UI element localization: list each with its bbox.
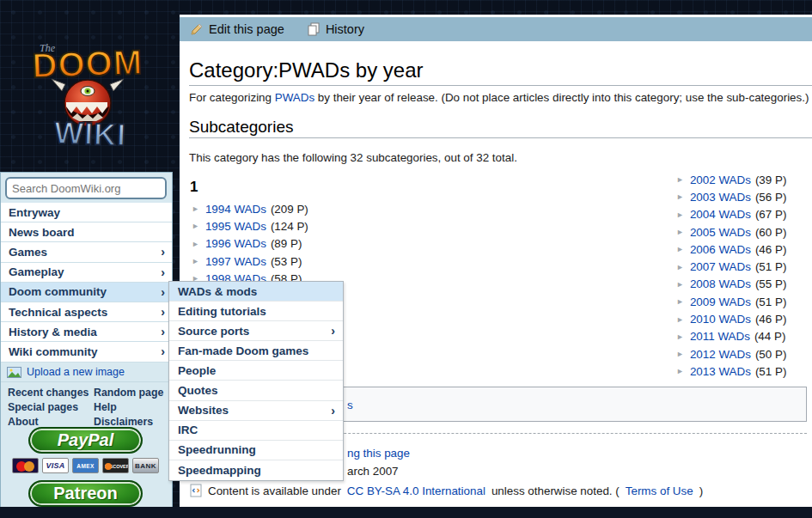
random-page-link[interactable]: Random page <box>94 387 168 399</box>
sidebar-item-technical-aspects[interactable]: Technical aspects› <box>1 302 172 322</box>
tree-expand-icon[interactable]: ► <box>676 350 684 358</box>
tree-expand-icon[interactable]: ► <box>676 297 684 306</box>
year-category-link[interactable]: 2005 WADs <box>690 226 751 239</box>
tree-expand-icon[interactable]: ► <box>676 210 684 219</box>
submenu-item-websites[interactable]: Websites› <box>169 401 343 421</box>
special-pages-link[interactable]: Special pages <box>8 401 94 413</box>
tree-expand-icon[interactable]: ► <box>676 228 684 236</box>
page-count: (55 P) <box>755 277 786 290</box>
submenu-arrow-icon: › <box>331 404 335 417</box>
year-category-link[interactable]: 2007 WADs <box>690 260 751 273</box>
doomwiki-logo[interactable]: The DOOM WIKI <box>9 34 167 149</box>
history-button[interactable]: History <box>307 22 364 36</box>
submenu-item-fan-made-doom-games[interactable]: Fan-made Doom games <box>169 341 343 361</box>
submenu-item-irc[interactable]: IRC <box>169 421 343 441</box>
sidebar-item-gameplay[interactable]: Gameplay› <box>1 263 172 283</box>
list-item: ►2005 WADs(60 P) <box>676 223 786 241</box>
year-category-link[interactable]: 2003 WADs <box>690 191 751 204</box>
tree-expand-icon[interactable]: ► <box>192 257 199 265</box>
payment-cards: VISA AMEX DISCOVER BANK <box>12 458 159 473</box>
list-item: ►2013 WADs(51 P) <box>676 363 786 380</box>
about-link[interactable]: About <box>8 416 94 428</box>
last-edited-fragment: arch 2007 <box>347 465 399 478</box>
list-item: ►1997 WADs(53 P) <box>192 253 308 270</box>
tree-expand-icon[interactable]: ► <box>676 192 684 201</box>
disclaimers-link[interactable]: Disclaimers <box>94 416 168 428</box>
page-count: (124 P) <box>271 220 308 233</box>
page-count: (51 P) <box>755 260 786 273</box>
sidebar-item-games[interactable]: Games› <box>1 242 172 262</box>
submenu-item-people[interactable]: People <box>169 361 343 381</box>
page-count: (89 P) <box>271 237 302 250</box>
year-category-link[interactable]: 1995 WADs <box>205 220 266 233</box>
year-category-link[interactable]: 2012 WADs <box>690 348 751 361</box>
submenu-item-label: WADs & mods <box>178 285 257 298</box>
submenu-item-speedrunning[interactable]: Speedrunning <box>169 441 343 460</box>
tree-expand-icon[interactable]: ► <box>676 245 684 253</box>
subcategories-divider <box>189 137 812 138</box>
tree-expand-icon[interactable]: ► <box>192 240 199 248</box>
upload-image-link[interactable]: Upload a new image <box>1 363 172 382</box>
sidebar-item-wiki-community[interactable]: Wiki community› <box>1 342 172 362</box>
submenu-item-label: Source ports <box>178 325 249 338</box>
list-item: ►2012 WADs(50 P) <box>676 345 786 363</box>
submenu-item-quotes[interactable]: Quotes <box>169 381 343 400</box>
edit-page-label: Edit this page <box>209 22 284 36</box>
submenu-item-wads-mods[interactable]: WADs & mods <box>169 282 343 302</box>
year-category-link[interactable]: 2013 WADs <box>690 365 751 378</box>
tree-expand-icon[interactable]: ► <box>676 280 684 289</box>
sidebar: Entryway News board Games› Gameplay› Doo… <box>0 172 173 510</box>
list-item: ►1994 WADs(209 P) <box>192 200 308 217</box>
paypal-button[interactable]: PayPal <box>28 427 143 454</box>
title-divider <box>189 85 812 86</box>
history-label: History <box>326 22 364 36</box>
list-item: ►2004 WADs(67 P) <box>676 206 786 223</box>
tree-expand-icon[interactable]: ► <box>676 332 684 341</box>
tree-expand-icon[interactable]: ► <box>676 367 684 375</box>
sidebar-item-label: Games <box>9 246 47 259</box>
terms-of-use-link[interactable]: Terms of Use <box>626 484 693 497</box>
page-count: (53 P) <box>271 255 302 268</box>
sidebar-footer-links: Recent changes Random page Special pages… <box>8 387 168 428</box>
category-link-fragment[interactable]: s <box>347 399 353 411</box>
license-link[interactable]: CC BY-SA 4.0 International <box>347 484 485 497</box>
year-category-link[interactable]: 1997 WADs <box>205 255 266 268</box>
patreon-button[interactable]: Patreon <box>28 480 143 507</box>
submenu-item-source-ports[interactable]: Source ports› <box>169 321 343 341</box>
year-category-link[interactable]: 1994 WADs <box>205 203 266 216</box>
year-category-link[interactable]: 2002 WADs <box>690 174 751 186</box>
year-category-link[interactable]: 2004 WADs <box>690 208 751 221</box>
sidebar-item-history-media[interactable]: History & media› <box>1 322 172 342</box>
license-text-middle: unless otherwise noted. ( <box>491 484 620 497</box>
tree-expand-icon[interactable]: ► <box>676 175 684 184</box>
submenu-item-speedmapping[interactable]: Speedmapping <box>169 460 343 480</box>
year-category-link[interactable]: 2009 WADs <box>690 296 751 308</box>
list-item: ►2007 WADs(51 P) <box>676 258 786 275</box>
sidebar-item-news-board[interactable]: News board <box>1 222 172 242</box>
doom-community-submenu: WADs & mods Editing tutorials Source por… <box>168 281 344 481</box>
tree-expand-icon[interactable]: ► <box>676 263 684 271</box>
search-box <box>5 177 167 199</box>
sidebar-item-label: Wiki community <box>9 345 97 358</box>
search-input[interactable] <box>7 182 167 195</box>
year-category-link[interactable]: 2006 WADs <box>690 243 751 256</box>
submenu-arrow-icon: › <box>331 324 335 338</box>
year-category-link[interactable]: 2011 WADs <box>690 330 750 343</box>
edit-page-button[interactable]: Edit this page <box>190 22 284 36</box>
help-link[interactable]: Help <box>94 401 168 413</box>
year-category-link[interactable]: 1996 WADs <box>205 237 266 250</box>
submenu-arrow-icon: › <box>161 305 165 319</box>
sidebar-item-label: Gameplay <box>9 265 64 278</box>
submenu-item-editing-tutorials[interactable]: Editing tutorials <box>169 302 343 321</box>
tree-expand-icon[interactable]: ► <box>192 204 199 213</box>
year-category-link[interactable]: 2010 WADs <box>690 313 751 326</box>
license-text-before: Content is available under <box>208 484 341 497</box>
tree-expand-icon[interactable]: ► <box>192 222 199 230</box>
recent-changes-link[interactable]: Recent changes <box>8 387 94 399</box>
pwads-link[interactable]: PWADs <box>275 91 314 104</box>
tree-expand-icon[interactable]: ► <box>676 315 684 324</box>
sidebar-item-entryway[interactable]: Entryway <box>1 203 172 222</box>
year-category-link[interactable]: 2008 WADs <box>690 277 751 290</box>
sidebar-item-doom-community[interactable]: Doom community› <box>1 283 172 302</box>
tools-link-fragment[interactable]: ng this page <box>347 447 410 460</box>
